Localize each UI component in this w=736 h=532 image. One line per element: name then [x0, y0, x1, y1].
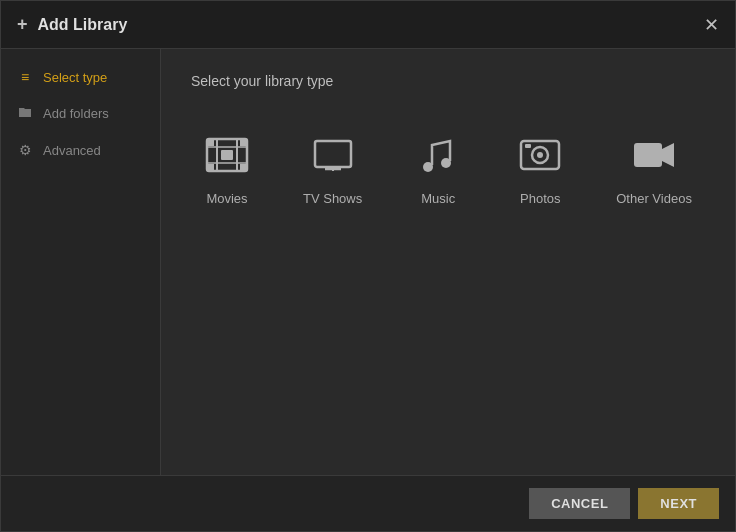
content-heading: Select your library type	[191, 73, 705, 89]
svg-point-13	[423, 162, 433, 172]
svg-point-14	[441, 158, 451, 168]
sidebar-item-label-advanced: Advanced	[43, 143, 101, 158]
tv-shows-label: TV Shows	[303, 191, 362, 206]
sidebar-item-label-select-type: Select type	[43, 70, 107, 85]
add-folders-icon	[17, 105, 33, 122]
svg-point-17	[537, 152, 543, 158]
footer: CANCEL NEXT	[1, 475, 735, 531]
svg-rect-2	[240, 139, 247, 146]
svg-marker-20	[662, 143, 674, 167]
movies-label: Movies	[206, 191, 247, 206]
sidebar-item-advanced[interactable]: ⚙ Advanced	[1, 132, 160, 168]
library-type-tv-shows[interactable]: TV Shows	[293, 119, 372, 216]
title-bar: + Add Library ✕	[1, 1, 735, 49]
tv-shows-icon	[307, 129, 359, 181]
add-library-dialog: + Add Library ✕ ≡ Select type Add folder…	[0, 0, 736, 532]
close-button[interactable]: ✕	[704, 16, 719, 34]
sidebar-item-label-add-folders: Add folders	[43, 106, 109, 121]
plus-icon: +	[17, 14, 28, 35]
library-type-photos[interactable]: Photos	[504, 119, 576, 216]
svg-rect-1	[207, 139, 214, 146]
svg-rect-19	[634, 143, 662, 167]
svg-rect-3	[207, 164, 214, 171]
main-content: ≡ Select type Add folders ⚙ Advanced Sel…	[1, 49, 735, 475]
photos-label: Photos	[520, 191, 560, 206]
cancel-button[interactable]: CANCEL	[529, 488, 630, 519]
title-bar-left: + Add Library	[17, 14, 127, 35]
library-type-music[interactable]: Music	[402, 119, 474, 216]
advanced-icon: ⚙	[17, 142, 33, 158]
select-type-icon: ≡	[17, 69, 33, 85]
music-label: Music	[421, 191, 455, 206]
other-videos-label: Other Videos	[616, 191, 692, 206]
library-type-other-videos[interactable]: Other Videos	[606, 119, 702, 216]
dialog-title: Add Library	[38, 16, 128, 34]
library-type-movies[interactable]: Movies	[191, 119, 263, 216]
sidebar-item-select-type[interactable]: ≡ Select type	[1, 59, 160, 95]
library-types-grid: Movies TV Shows	[191, 119, 705, 216]
music-icon	[412, 129, 464, 181]
photos-icon	[514, 129, 566, 181]
sidebar-item-add-folders[interactable]: Add folders	[1, 95, 160, 132]
svg-rect-10	[315, 141, 351, 167]
next-button[interactable]: NEXT	[638, 488, 719, 519]
content-area: Select your library type	[161, 49, 735, 475]
other-videos-icon	[628, 129, 680, 181]
svg-rect-18	[525, 144, 531, 148]
sidebar: ≡ Select type Add folders ⚙ Advanced	[1, 49, 161, 475]
movies-icon	[201, 129, 253, 181]
svg-rect-9	[221, 150, 233, 160]
svg-rect-4	[240, 164, 247, 171]
